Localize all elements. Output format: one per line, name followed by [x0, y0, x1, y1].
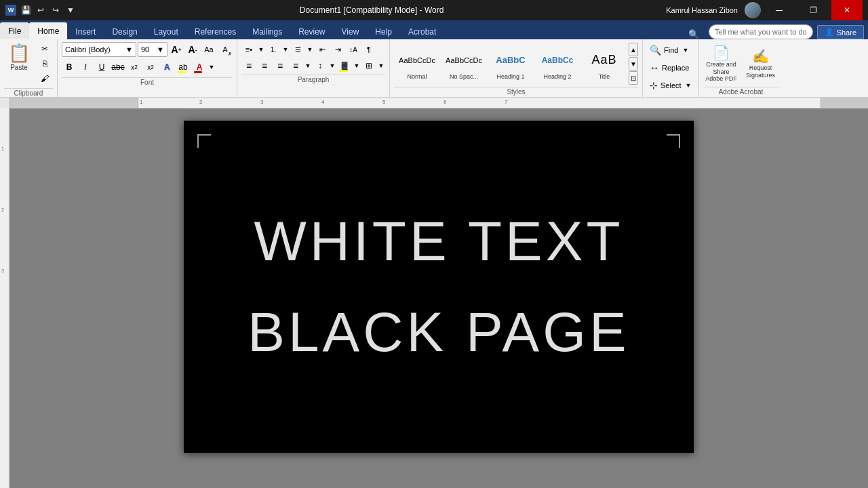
- cut-button[interactable]: ✂: [37, 42, 53, 56]
- paragraph-label: Paragraph: [241, 75, 385, 83]
- paste-label: Paste: [10, 64, 28, 71]
- bold-button[interactable]: B: [62, 60, 77, 75]
- document-line1: WHITE TEXT: [254, 209, 623, 273]
- justify-button[interactable]: ≡: [288, 58, 303, 73]
- change-case-button[interactable]: Aa: [201, 42, 216, 57]
- tab-layout[interactable]: Layout: [146, 24, 186, 39]
- request-sigs-label: RequestSignatures: [746, 64, 775, 79]
- strikethrough-button[interactable]: abc: [111, 60, 125, 75]
- line-spacing-arrow[interactable]: ▼: [328, 58, 336, 73]
- align-left-button[interactable]: ≡: [241, 58, 256, 73]
- tab-insert[interactable]: Insert: [67, 24, 104, 39]
- tab-home[interactable]: Home: [29, 22, 67, 39]
- tab-mailings[interactable]: Mailings: [244, 24, 290, 39]
- word-icon: W: [5, 5, 16, 16]
- text-effects-button[interactable]: A: [159, 60, 174, 75]
- tab-design[interactable]: Design: [104, 24, 145, 39]
- request-signatures-button[interactable]: ✍ RequestSignatures: [743, 42, 779, 85]
- style-title-preview: AaB: [584, 48, 625, 73]
- align-center-button[interactable]: ≡: [257, 58, 272, 73]
- style-heading1-preview: AaBbC: [490, 48, 531, 73]
- bullets-arrow[interactable]: ▼: [257, 42, 265, 57]
- find-button[interactable]: 🔍 Find ▼: [647, 42, 694, 58]
- style-heading1[interactable]: AaBbC Heading 1: [488, 42, 534, 85]
- ruler-corner: [0, 98, 9, 108]
- undo-button[interactable]: ↩: [34, 3, 47, 17]
- select-button[interactable]: ⊹ Select ▼: [647, 77, 694, 94]
- show-hide-button[interactable]: ¶: [361, 42, 376, 57]
- create-share-pdf-button[interactable]: 📄 Create and ShareAdobe PDF: [703, 42, 740, 85]
- bullets-button[interactable]: ≡•: [241, 42, 256, 57]
- styles-label: Styles: [394, 87, 638, 96]
- restore-button[interactable]: ❐: [797, 0, 829, 20]
- decrease-indent-button[interactable]: ⇤: [315, 42, 330, 57]
- font-size-dropdown[interactable]: 90 ▼: [138, 42, 167, 57]
- borders-button[interactable]: ⊞: [361, 58, 376, 73]
- font-shrink-button[interactable]: A-: [185, 42, 200, 57]
- copy-button[interactable]: ⎘: [37, 57, 53, 70]
- styles-more[interactable]: ⊡: [629, 71, 638, 85]
- qat-dropdown-button[interactable]: ▼: [64, 3, 77, 17]
- share-icon: 👤: [825, 28, 834, 37]
- ruler-mark-4: 4: [321, 99, 324, 105]
- increase-indent-button[interactable]: ⇥: [330, 42, 345, 57]
- page-content[interactable]: WHITE TEXT BLACK PAGE: [184, 121, 694, 453]
- minimize-button[interactable]: ─: [764, 0, 795, 20]
- save-button[interactable]: 💾: [19, 3, 33, 17]
- shading-arrow[interactable]: ▼: [353, 58, 361, 73]
- superscript-button[interactable]: x2: [143, 60, 158, 75]
- style-normal-label: Normal: [407, 73, 427, 80]
- style-heading2[interactable]: AaBbCc Heading 2: [534, 42, 580, 85]
- multilevel-arrow[interactable]: ▼: [306, 42, 314, 57]
- style-no-spacing[interactable]: AaBbCcDc No Spac...: [441, 42, 487, 85]
- sort-button[interactable]: ↕A: [346, 42, 361, 57]
- tab-file[interactable]: File: [0, 22, 29, 39]
- select-arrow[interactable]: ▼: [686, 82, 692, 89]
- paste-button[interactable]: 📋 Paste: [4, 42, 34, 72]
- page-area[interactable]: WHITE TEXT BLACK PAGE: [9, 108, 868, 488]
- style-normal[interactable]: AaBbCcDc Normal: [394, 42, 440, 85]
- font-name-dropdown[interactable]: Calibri (Body) ▼: [62, 42, 136, 57]
- multilevel-button[interactable]: ☰: [290, 42, 305, 57]
- document-line2: BLACK PAGE: [248, 300, 629, 364]
- find-arrow[interactable]: ▼: [682, 47, 688, 54]
- document-page: WHITE TEXT BLACK PAGE: [184, 121, 694, 453]
- quick-access-toolbar: 💾 ↩ ↪ ▼: [19, 3, 77, 17]
- tell-me-input[interactable]: Tell me what you want to do: [709, 24, 813, 39]
- shading-button[interactable]: ▓: [337, 58, 352, 73]
- tab-review[interactable]: Review: [290, 24, 333, 39]
- borders-arrow[interactable]: ▼: [377, 58, 385, 73]
- line-spacing-button[interactable]: ↕: [313, 58, 328, 73]
- tab-help[interactable]: Help: [367, 24, 400, 39]
- styles-scroll-up[interactable]: ▲: [629, 43, 638, 56]
- replace-button[interactable]: ↔ Replace: [647, 60, 694, 76]
- editing-group: 🔍 Find ▼ ↔ Replace ⊹ Select ▼ Editing: [643, 39, 699, 97]
- horizontal-ruler: 1 2 3 4 5 6 7: [9, 98, 868, 108]
- font-color-button[interactable]: A: [192, 60, 207, 75]
- style-title-label: Title: [599, 73, 610, 80]
- font-grow-button[interactable]: A+: [169, 42, 184, 57]
- numbering-arrow[interactable]: ▼: [281, 42, 290, 57]
- format-painter-button[interactable]: 🖌: [37, 72, 53, 85]
- tab-acrobat[interactable]: Acrobat: [400, 24, 444, 39]
- user-area[interactable]: [745, 2, 761, 18]
- share-button[interactable]: 👤 Share: [817, 25, 864, 39]
- italic-button[interactable]: I: [78, 60, 93, 75]
- redo-button[interactable]: ↪: [49, 3, 62, 17]
- clear-formatting-button[interactable]: A✗: [218, 42, 233, 57]
- numbering-button[interactable]: 1.: [266, 42, 281, 57]
- tab-references[interactable]: References: [186, 24, 244, 39]
- align-right-button[interactable]: ≡: [273, 58, 288, 73]
- justify-arrow[interactable]: ▼: [304, 58, 312, 73]
- subscript-button[interactable]: x2: [127, 60, 142, 75]
- ruler-mark-5: 5: [382, 99, 385, 105]
- adobe-label: Adobe Acrobat: [703, 87, 779, 96]
- close-button[interactable]: ✕: [831, 0, 863, 20]
- select-icon: ⊹: [650, 80, 658, 91]
- highlight-button[interactable]: ab: [176, 60, 191, 75]
- styles-scroll-down[interactable]: ▼: [629, 57, 638, 70]
- font-color-arrow[interactable]: ▼: [208, 60, 215, 75]
- underline-button[interactable]: U: [94, 60, 109, 75]
- tab-view[interactable]: View: [334, 24, 368, 39]
- style-title[interactable]: AaB Title: [581, 42, 627, 85]
